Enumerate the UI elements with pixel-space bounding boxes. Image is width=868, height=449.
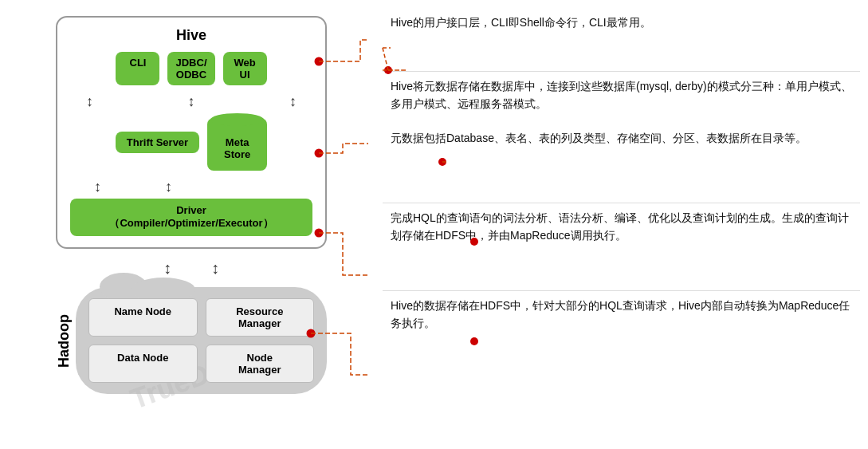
desc-block-2: Hive将元数据存储在数据库中，连接到这些数据库(mysql, derby)的模… bbox=[383, 72, 860, 203]
metastore-wrapper: Meta Store bbox=[207, 113, 267, 171]
metastore-node: Meta Store bbox=[224, 136, 250, 160]
hadoop-bottom-row: Data Node Node Manager bbox=[88, 345, 314, 383]
arrow-right-down: ↕ bbox=[211, 259, 219, 278]
desc-block-1: Hive的用户接口层，CLI即Shell命令行，CLI最常用。 bbox=[383, 8, 860, 72]
arrow-webui-down: ↕ bbox=[289, 93, 297, 110]
arrow-thrift-down: ↕ bbox=[94, 179, 101, 195]
hive-top-row: CLI JDBC/ ODBC Web UI bbox=[70, 52, 312, 85]
main-container: Hive CLI JDBC/ ODBC Web UI ↕ ↕ ↕ Thrift … bbox=[0, 0, 868, 449]
arrow-meta-down: ↕ bbox=[165, 179, 172, 195]
cli-node: CLI bbox=[116, 52, 159, 85]
desc-text-4: Hive的数据存储在HDFS中，针对大部分的HQL查询请求，Hive内部自动转换… bbox=[391, 297, 852, 332]
desc-block-4: Hive的数据存储在HDFS中，针对大部分的HQL查询请求，Hive内部自动转换… bbox=[383, 291, 860, 441]
data-node: Data Node bbox=[88, 345, 198, 383]
hive-middle-row: Thrift Server Meta Store bbox=[70, 113, 312, 171]
desc-block-3: 完成HQL的查询语句的词法分析、语法分析、编译、优化以及查询计划的生成。生成的查… bbox=[383, 203, 860, 291]
description-panel: Hive的用户接口层，CLI即Shell命令行，CLI最常用。 Hive将元数据… bbox=[383, 8, 860, 441]
desc-text-2: Hive将元数据存储在数据库中，连接到这些数据库(mysql, derby)的模… bbox=[391, 78, 852, 148]
hive-hadoop-arrows: ↕ ↕ bbox=[56, 249, 327, 287]
arrows-middle: ↕ ↕ bbox=[70, 179, 312, 199]
arrow-cli-down: ↕ bbox=[86, 93, 93, 110]
desc-text-3: 完成HQL的查询语句的词法分析、语法分析、编译、优化以及查询计划的生成。生成的查… bbox=[391, 210, 852, 244]
cloud-container: Name Node Resource Manager Data Node Nod… bbox=[76, 287, 327, 394]
hive-title: Hive bbox=[70, 27, 312, 44]
hadoop-label: Hadoop bbox=[56, 314, 73, 368]
diagram-side: Hive CLI JDBC/ ODBC Web UI ↕ ↕ ↕ Thrift … bbox=[8, 8, 375, 441]
arrow-left-down: ↕ bbox=[163, 259, 171, 278]
name-node: Name Node bbox=[88, 298, 198, 337]
hive-container: Hive CLI JDBC/ ODBC Web UI ↕ ↕ ↕ Thrift … bbox=[56, 16, 327, 249]
arrows-top: ↕ ↕ ↕ bbox=[70, 93, 312, 113]
node-manager-node: Node Manager bbox=[206, 345, 315, 383]
arrow-jdbc-down: ↕ bbox=[188, 93, 195, 110]
driver-node: Driver （Compiler/Optimizer/Executor） bbox=[70, 199, 312, 236]
resource-manager-node: Resource Manager bbox=[206, 298, 315, 337]
desc-text-1: Hive的用户接口层，CLI即Shell命令行，CLI最常用。 bbox=[391, 14, 852, 32]
web-ui-node: Web UI bbox=[223, 52, 267, 85]
thrift-server-node: Thrift Server bbox=[116, 132, 199, 153]
hadoop-section: Hadoop Name Node Resource Manager Data N… bbox=[56, 287, 327, 394]
jdbc-odbc-node: JDBC/ ODBC bbox=[167, 52, 214, 85]
hadoop-top-row: Name Node Resource Manager bbox=[88, 298, 314, 337]
